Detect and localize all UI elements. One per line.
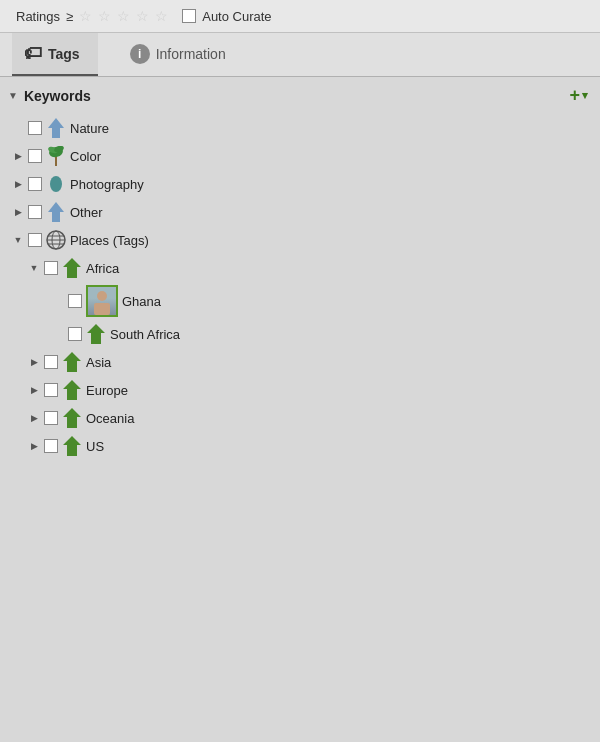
dropdown-arrow: ▾: [582, 89, 588, 102]
expand-places[interactable]: ▼: [12, 234, 24, 246]
tree-item-oceania: ▶ Oceania: [0, 404, 600, 432]
checkbox-oceania[interactable]: [44, 411, 58, 425]
icon-us: [62, 436, 82, 456]
tab-information-label: Information: [156, 46, 226, 62]
expand-photography[interactable]: ▶: [12, 178, 24, 190]
star-4[interactable]: ☆: [136, 8, 149, 24]
auto-curate-container: Auto Curate: [182, 9, 271, 24]
tree-item-other: ▶ Other: [0, 198, 600, 226]
star-5[interactable]: ☆: [155, 8, 168, 24]
icon-south-africa: [86, 324, 106, 344]
tree-item-photography: ▶ Photography: [0, 170, 600, 198]
star-1[interactable]: ☆: [79, 8, 92, 24]
star-2[interactable]: ☆: [98, 8, 111, 24]
keywords-tree: Nature ▶ Color ▶: [0, 114, 600, 468]
expand-us[interactable]: ▶: [28, 440, 40, 452]
checkbox-photography[interactable]: [28, 177, 42, 191]
ratings-label: Ratings: [16, 9, 60, 24]
tag-icon: 🏷: [24, 43, 42, 64]
svg-marker-17: [63, 436, 81, 456]
svg-marker-13: [87, 324, 105, 344]
main-panel: ▼ Keywords + ▾ Nature ▶: [0, 77, 600, 468]
icon-africa: [62, 258, 82, 278]
tree-item-places: ▼ Places (Tags): [0, 226, 600, 254]
checkbox-asia[interactable]: [44, 355, 58, 369]
info-icon: i: [130, 44, 150, 64]
icon-nature: [46, 118, 66, 138]
checkbox-ghana[interactable]: [68, 294, 82, 308]
keywords-section-header[interactable]: ▼ Keywords + ▾: [0, 77, 600, 114]
tree-item-south-africa: South Africa: [0, 320, 600, 348]
checkbox-africa[interactable]: [44, 261, 58, 275]
tab-tags[interactable]: 🏷 Tags: [12, 33, 98, 76]
label-other: Other: [70, 205, 103, 220]
svg-marker-0: [48, 118, 64, 138]
label-ghana: Ghana: [122, 294, 161, 309]
expand-oceania[interactable]: ▶: [28, 412, 40, 424]
label-asia: Asia: [86, 355, 111, 370]
auto-curate-label: Auto Curate: [202, 9, 271, 24]
tree-item-ghana: Ghana: [0, 282, 600, 320]
checkbox-nature[interactable]: [28, 121, 42, 135]
label-places: Places (Tags): [70, 233, 149, 248]
label-africa: Africa: [86, 261, 119, 276]
icon-asia: [62, 352, 82, 372]
add-keyword-btn[interactable]: + ▾: [569, 85, 588, 106]
tab-information[interactable]: i Information: [118, 33, 244, 76]
label-south-africa: South Africa: [110, 327, 180, 342]
icon-places: [46, 230, 66, 250]
label-nature: Nature: [70, 121, 109, 136]
icon-photography: [46, 174, 66, 194]
keywords-chevron[interactable]: ▼: [8, 90, 18, 101]
checkbox-europe[interactable]: [44, 383, 58, 397]
label-oceania: Oceania: [86, 411, 134, 426]
svg-marker-14: [63, 352, 81, 372]
label-us: US: [86, 439, 104, 454]
checkbox-color[interactable]: [28, 149, 42, 163]
gte-symbol: ≥: [66, 9, 73, 24]
expand-europe[interactable]: ▶: [28, 384, 40, 396]
svg-marker-6: [48, 202, 64, 222]
svg-marker-15: [63, 380, 81, 400]
tab-tags-label: Tags: [48, 46, 80, 62]
tree-item-nature: Nature: [0, 114, 600, 142]
icon-other: [46, 202, 66, 222]
tree-item-color: ▶ Color: [0, 142, 600, 170]
expand-color[interactable]: ▶: [12, 150, 24, 162]
label-photography: Photography: [70, 177, 144, 192]
tab-bar: 🏷 Tags i Information: [0, 33, 600, 77]
tree-item-europe: ▶ Europe: [0, 376, 600, 404]
expand-africa[interactable]: ▼: [28, 262, 40, 274]
icon-europe: [62, 380, 82, 400]
expand-other[interactable]: ▶: [12, 206, 24, 218]
top-bar: Ratings ≥ ☆ ☆ ☆ ☆ ☆ Auto Curate: [0, 0, 600, 33]
icon-ghana: [86, 285, 118, 317]
add-icon: +: [569, 85, 580, 106]
checkbox-south-africa[interactable]: [68, 327, 82, 341]
svg-marker-12: [63, 258, 81, 278]
icon-color: [46, 146, 66, 166]
svg-marker-16: [63, 408, 81, 428]
tree-item-asia: ▶ Asia: [0, 348, 600, 376]
label-color: Color: [70, 149, 101, 164]
tree-item-africa: ▼ Africa: [0, 254, 600, 282]
expand-asia[interactable]: ▶: [28, 356, 40, 368]
checkbox-other[interactable]: [28, 205, 42, 219]
icon-oceania: [62, 408, 82, 428]
star-3[interactable]: ☆: [117, 8, 130, 24]
tree-item-us: ▶ US: [0, 432, 600, 460]
svg-point-5: [50, 176, 62, 192]
label-europe: Europe: [86, 383, 128, 398]
auto-curate-checkbox[interactable]: [182, 9, 196, 23]
keywords-label: Keywords: [24, 88, 91, 104]
checkbox-places[interactable]: [28, 233, 42, 247]
keywords-header-left: ▼ Keywords: [8, 88, 91, 104]
checkbox-us[interactable]: [44, 439, 58, 453]
